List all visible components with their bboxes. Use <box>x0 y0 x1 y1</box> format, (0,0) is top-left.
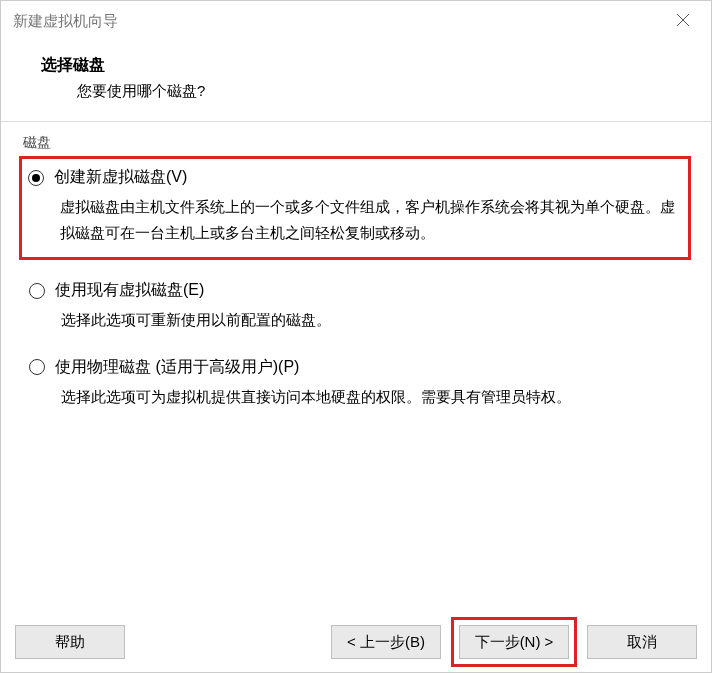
disk-groupbox: 磁盘 创建新虚拟磁盘(V) 虚拟磁盘由主机文件系统上的一个或多个文件组成，客户机… <box>23 136 689 413</box>
content-area: 磁盘 创建新虚拟磁盘(V) 虚拟磁盘由主机文件系统上的一个或多个文件组成，客户机… <box>1 122 711 612</box>
help-button[interactable]: 帮助 <box>15 625 125 659</box>
options-container: 创建新虚拟磁盘(V) 虚拟磁盘由主机文件系统上的一个或多个文件组成，客户机操作系… <box>23 144 689 413</box>
option-label: 使用物理磁盘 (适用于高级用户)(P) <box>55 357 299 378</box>
option-description: 虚拟磁盘由主机文件系统上的一个或多个文件组成，客户机操作系统会将其视为单个硬盘。… <box>28 188 682 245</box>
next-button-highlight: 下一步(N) > <box>451 617 577 667</box>
close-icon[interactable] <box>673 11 693 31</box>
option-label: 使用现有虚拟磁盘(E) <box>55 280 204 301</box>
cancel-button[interactable]: 取消 <box>587 625 697 659</box>
radio-create-new-disk[interactable]: 创建新虚拟磁盘(V) <box>28 167 682 188</box>
option-use-existing-disk: 使用现有虚拟磁盘(E) 选择此选项可重新使用以前配置的磁盘。 <box>29 276 683 337</box>
radio-icon <box>29 283 45 299</box>
radio-use-existing-disk[interactable]: 使用现有虚拟磁盘(E) <box>29 280 683 301</box>
window-title: 新建虚拟机向导 <box>13 12 118 31</box>
next-button[interactable]: 下一步(N) > <box>459 625 569 659</box>
option-use-physical-disk: 使用物理磁盘 (适用于高级用户)(P) 选择此选项可为虚拟机提供直接访问本地硬盘… <box>29 353 683 414</box>
option-create-new-disk: 创建新虚拟磁盘(V) 虚拟磁盘由主机文件系统上的一个或多个文件组成，客户机操作系… <box>19 156 691 260</box>
titlebar: 新建虚拟机向导 <box>1 1 711 41</box>
option-description: 选择此选项可重新使用以前配置的磁盘。 <box>29 301 683 333</box>
footer: 帮助 < 上一步(B) 下一步(N) > 取消 <box>1 612 711 672</box>
radio-icon <box>29 359 45 375</box>
radio-use-physical-disk[interactable]: 使用物理磁盘 (适用于高级用户)(P) <box>29 357 683 378</box>
option-description: 选择此选项可为虚拟机提供直接访问本地硬盘的权限。需要具有管理员特权。 <box>29 378 683 410</box>
groupbox-label: 磁盘 <box>23 134 57 152</box>
back-button[interactable]: < 上一步(B) <box>331 625 441 659</box>
page-subtitle: 您要使用哪个磁盘? <box>41 82 671 101</box>
header-section: 选择磁盘 您要使用哪个磁盘? <box>1 41 711 121</box>
radio-icon <box>28 170 44 186</box>
wizard-window: 新建虚拟机向导 选择磁盘 您要使用哪个磁盘? 磁盘 创建新虚拟磁盘(V) 虚拟磁… <box>0 0 712 673</box>
page-title: 选择磁盘 <box>41 55 671 76</box>
option-label: 创建新虚拟磁盘(V) <box>54 167 187 188</box>
